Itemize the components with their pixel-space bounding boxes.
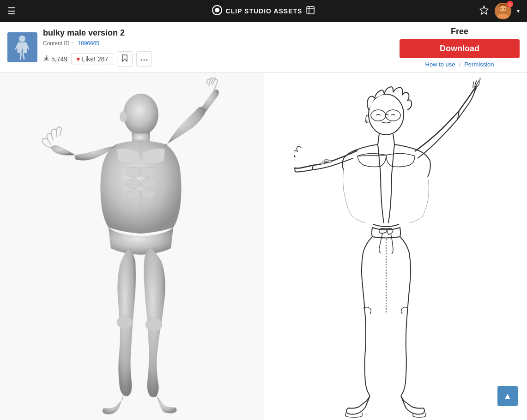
svg-point-21: [141, 179, 157, 189]
content-id-link[interactable]: 1896665: [78, 40, 99, 47]
favorites-star-icon[interactable]: [479, 5, 489, 18]
svg-point-14: [144, 60, 145, 61]
svg-point-9: [504, 8, 506, 10]
svg-point-19: [139, 167, 156, 178]
svg-point-1: [215, 8, 219, 12]
scroll-to-top-button[interactable]: ▲: [497, 386, 518, 406]
how-to-use-link[interactable]: How to use: [425, 61, 455, 68]
figure-sketch: [264, 73, 527, 420]
download-stat-icon: [43, 55, 49, 63]
asset-stats: 5,749 ♥ Like! 287: [43, 51, 152, 67]
bookmark-icon: [121, 54, 128, 63]
asset-info: bulky male version 2 Content ID： 1896665…: [43, 28, 152, 67]
user-menu-chevron-icon[interactable]: ▾: [517, 8, 520, 14]
content-id-row: Content ID： 1896665: [43, 40, 152, 48]
svg-point-15: [146, 60, 148, 61]
asset-links: How to use / Permission: [425, 61, 494, 68]
asset-header: bulky male version 2 Content ID： 1896665…: [0, 22, 527, 73]
asset-thumbnail: [7, 32, 37, 62]
svg-point-8: [501, 8, 502, 10]
like-count: 287: [97, 55, 108, 63]
notification-badge: 1: [507, 1, 513, 7]
scroll-top-icon: ▲: [503, 391, 512, 402]
clip-studio-logo-icon: [212, 5, 222, 18]
top-navigation: ☰ CLIP STUDIO ASSETS: [0, 0, 527, 22]
svg-point-17: [120, 111, 127, 122]
heart-icon: ♥: [76, 55, 80, 63]
asset-title: bulky male version 2: [43, 28, 152, 38]
download-button[interactable]: Download: [400, 39, 520, 58]
figures-container: [0, 73, 527, 420]
svg-point-20: [125, 179, 141, 189]
more-options-icon: [140, 55, 148, 62]
like-button[interactable]: ♥ Like! 287: [71, 53, 113, 65]
like-label: Like!: [82, 55, 96, 63]
svg-marker-5: [480, 6, 488, 14]
site-title: CLIP STUDIO ASSETS: [226, 7, 303, 15]
svg-rect-2: [307, 6, 314, 14]
hamburger-menu-icon[interactable]: ☰: [7, 6, 16, 17]
svg-point-25: [117, 316, 133, 329]
svg-point-24: [145, 318, 162, 331]
content-image-area: [0, 73, 527, 420]
bookmark-button[interactable]: [117, 51, 133, 67]
more-options-button[interactable]: [136, 51, 152, 67]
cart-icon[interactable]: [306, 6, 315, 17]
asset-actions: Free Download How to use / Permission: [400, 27, 520, 68]
permission-link[interactable]: Permission: [464, 61, 494, 68]
svg-point-11: [19, 36, 25, 42]
main-content: [0, 73, 527, 420]
svg-point-16: [123, 94, 158, 135]
user-avatar-wrapper[interactable]: 1: [495, 3, 511, 19]
svg-marker-12: [122, 55, 127, 61]
download-count-value: 5,749: [51, 55, 67, 63]
figure-3d: [0, 73, 264, 420]
content-id-label: Content ID：: [43, 40, 75, 48]
download-count: 5,749: [43, 55, 67, 63]
link-separator: /: [459, 61, 461, 68]
svg-point-13: [141, 60, 142, 61]
price-label: Free: [451, 27, 468, 36]
